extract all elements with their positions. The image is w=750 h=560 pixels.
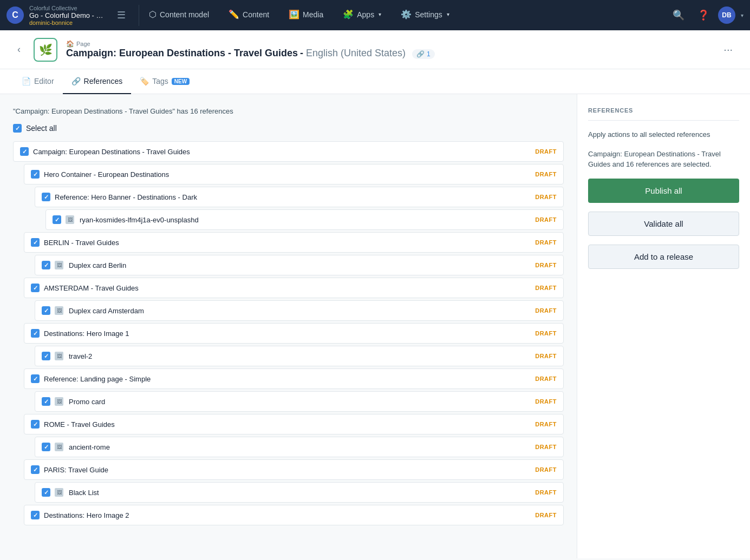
- media-icon: 🖼: [55, 443, 63, 451]
- references-tab-icon: 🔗: [71, 77, 81, 85]
- ref-checkbox[interactable]: [31, 170, 40, 179]
- ref-item-name: Destinations: Hero Image 1: [44, 330, 531, 338]
- media-icon: 🖼: [55, 397, 63, 406]
- list-item: 🖼 Duplex card Berlin DRAFT: [35, 255, 564, 275]
- ref-item-row: 🖼 Duplex card Amsterdam DRAFT: [35, 301, 563, 320]
- ref-item-row: Hero Container - European Destinations D…: [24, 164, 563, 184]
- right-panel-action-desc: Apply actions to all selected references: [588, 129, 739, 140]
- ref-checkbox[interactable]: [42, 488, 50, 497]
- right-panel-title: REFERENCES: [588, 107, 739, 121]
- ref-checkbox[interactable]: [42, 352, 50, 360]
- media-icon: 🖼: [55, 306, 63, 315]
- ref-checkbox[interactable]: [31, 329, 40, 338]
- list-item: Reference: Hero Banner - Destinations - …: [35, 187, 564, 207]
- media-icon: 🖼: [55, 488, 63, 497]
- ref-list: Campaign: European Destinations - Travel…: [13, 141, 564, 528]
- ref-checkbox[interactable]: [42, 193, 50, 201]
- content-icon: ✏️: [229, 9, 239, 19]
- more-options-icon[interactable]: ···: [719, 41, 737, 58]
- hamburger-icon[interactable]: ☰: [110, 9, 132, 21]
- tab-editor-label: Editor: [34, 77, 54, 85]
- search-icon[interactable]: 🔍: [668, 5, 689, 25]
- ref-item-status: DRAFT: [535, 466, 557, 473]
- nav-item-media[interactable]: 🖼️ Media: [279, 0, 333, 30]
- nav-item-settings[interactable]: ⚙️ Settings ▾: [391, 0, 459, 30]
- media-icon: 🖼: [66, 215, 74, 224]
- list-item: 🖼 Black List DRAFT: [35, 482, 564, 503]
- entry-title-dash: -: [300, 48, 306, 58]
- ref-item-row: Destinations: Hero Image 2 DRAFT: [24, 505, 563, 525]
- ref-checkbox[interactable]: [31, 511, 40, 519]
- ref-item-name: Black List: [69, 489, 531, 497]
- list-item: 🖼 ryan-kosmides-lfm4j1a-ev0-unsplashd DR…: [45, 209, 564, 230]
- ref-checkbox[interactable]: [31, 420, 40, 429]
- ref-checkbox[interactable]: [42, 443, 50, 451]
- entry-lang: English (United States): [306, 48, 406, 58]
- ref-item-row: PARIS: Travel Guide DRAFT: [24, 460, 563, 479]
- publish-all-button[interactable]: Publish all: [588, 179, 739, 203]
- brand-user: dominic-bonnice: [29, 19, 105, 26]
- ref-checkbox[interactable]: [31, 465, 40, 474]
- ref-item-row: 🖼 ryan-kosmides-lfm4j1a-ev0-unsplashd DR…: [46, 210, 563, 229]
- media-icon: 🖼️: [289, 9, 299, 19]
- help-icon[interactable]: ❓: [693, 5, 714, 25]
- ref-checkbox[interactable]: [31, 284, 40, 292]
- add-to-release-button[interactable]: Add to a release: [588, 245, 739, 269]
- link-count: 1: [427, 50, 431, 58]
- ref-item-name: Duplex card Amsterdam: [69, 307, 531, 315]
- entry-info: 🏠 Page Campaign: European Destinations -…: [66, 40, 710, 59]
- ref-checkbox[interactable]: [20, 147, 29, 156]
- ref-item-name: Campaign: European Destinations - Travel…: [33, 148, 531, 156]
- nav-item-apps[interactable]: 🧩 Apps ▾: [333, 0, 391, 30]
- tab-tags[interactable]: 🏷️ Tags NEW: [131, 69, 198, 94]
- tab-references[interactable]: 🔗 References: [63, 69, 132, 94]
- select-all-row: Select all: [13, 124, 564, 133]
- main-layout: "Campaign: European Destinations - Trave…: [0, 94, 750, 558]
- apps-icon: 🧩: [343, 9, 354, 19]
- ref-item-name: Reference: Hero Banner - Destinations - …: [55, 193, 531, 201]
- ref-item-row: ROME - Travel Guides DRAFT: [24, 414, 563, 434]
- ref-checkbox[interactable]: [31, 238, 40, 247]
- nav-item-content-model[interactable]: ⬡ Content model: [139, 0, 219, 30]
- ref-item-name: Reference: Landing page - Simple: [44, 375, 531, 383]
- ref-item-status: DRAFT: [535, 375, 557, 382]
- ref-item-name: ryan-kosmides-lfm4j1a-ev0-unsplashd: [80, 216, 531, 224]
- ref-item-name: ancient-rome: [69, 443, 531, 451]
- list-item: 🖼 travel-2 DRAFT: [35, 346, 564, 366]
- list-item: 🖼 ancient-rome DRAFT: [35, 437, 564, 457]
- select-all-checkbox[interactable]: [13, 124, 22, 133]
- ref-item-status: DRAFT: [535, 512, 557, 518]
- back-button[interactable]: ‹: [13, 42, 25, 57]
- ref-checkbox[interactable]: [42, 397, 50, 406]
- ref-item-status: DRAFT: [535, 239, 557, 246]
- ref-checkbox[interactable]: [42, 306, 50, 315]
- settings-arrow-icon: ▾: [447, 11, 449, 17]
- nav-item-media-label: Media: [303, 10, 323, 19]
- ref-item-status: DRAFT: [535, 444, 557, 450]
- brand-logo-icon: C: [6, 6, 24, 24]
- entry-title: Campaign: European Destinations - Travel…: [66, 48, 298, 58]
- avatar[interactable]: DB: [718, 6, 735, 24]
- entry-type: 🏠 Page: [66, 40, 710, 48]
- tab-editor[interactable]: 📄 Editor: [13, 69, 63, 94]
- brand-org: Colorful Collective: [29, 5, 105, 11]
- top-nav: C Colorful Collective Go - Colorful Demo…: [0, 0, 750, 30]
- avatar-arrow-icon: ▾: [741, 12, 744, 18]
- nav-item-settings-label: Settings: [415, 10, 442, 19]
- ref-item-row: Reference: Hero Banner - Destinations - …: [35, 187, 563, 207]
- brand-text: Colorful Collective Go - Colorful Demo -…: [29, 5, 105, 26]
- ref-checkbox[interactable]: [42, 261, 50, 269]
- ref-item-name: Duplex card Berlin: [69, 261, 531, 269]
- list-item: Campaign: European Destinations - Travel…: [13, 141, 564, 162]
- ref-item-status: DRAFT: [535, 285, 557, 291]
- ref-checkbox[interactable]: [53, 215, 61, 224]
- nav-item-content[interactable]: ✏️ Content: [219, 0, 279, 30]
- select-all-label[interactable]: Select all: [26, 124, 57, 133]
- ref-item-row: Destinations: Hero Image 1 DRAFT: [24, 324, 563, 343]
- nav-item-apps-label: Apps: [357, 10, 374, 19]
- ref-item-status: DRAFT: [535, 307, 557, 314]
- ref-item-row: BERLIN - Travel Guides DRAFT: [24, 233, 563, 252]
- ref-checkbox[interactable]: [31, 374, 40, 383]
- validate-all-button[interactable]: Validate all: [588, 212, 739, 236]
- ref-item-row: Reference: Landing page - Simple DRAFT: [24, 369, 563, 388]
